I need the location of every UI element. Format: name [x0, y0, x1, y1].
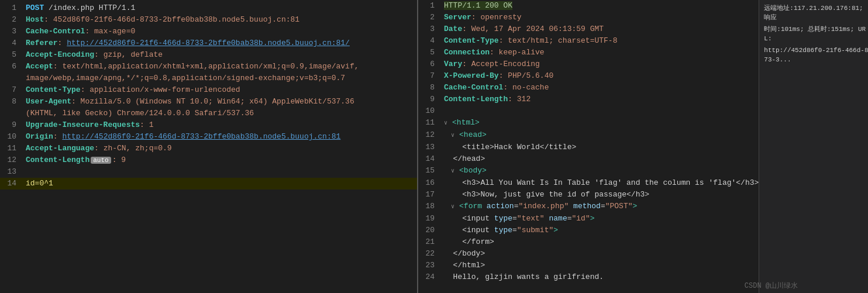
line-number: 1 — [0, 2, 21, 14]
code-token: > — [553, 226, 558, 235]
code-token: Date — [444, 25, 462, 33]
code-token: Accept — [26, 62, 53, 71]
response-line: 17 <h3>Now, just give the id of passage<… — [418, 189, 759, 201]
code-token: : gzip, deflate — [94, 50, 163, 59]
response-line: 23 </html> — [418, 260, 759, 271]
response-code-area[interactable]: 1HTTP/1.1 200 OK2Server: openresty3Date:… — [418, 0, 759, 293]
line-number: 7 — [0, 84, 21, 96]
line-content: Date: Wed, 17 Apr 2024 06:13:59 GMT — [439, 23, 759, 35]
code-token: <h3>Now, just give the id of passage</h3… — [444, 190, 649, 199]
line-content: User-Agent: Mozilla/5.0 (Windows NT 10.0… — [21, 96, 417, 108]
code-token: = — [512, 214, 517, 223]
code-token: Hello, glzjin wants a girlfriend. — [444, 273, 604, 281]
url-label: http://452d86f0-21f6-466d-873-3... — [764, 47, 868, 63]
timing-label: 时间:101ms; 总耗时:151ms; URL: — [764, 26, 866, 42]
code-token: type — [494, 214, 512, 223]
response-pane: 1HTTP/1.1 200 OK2Server: openresty3Date:… — [418, 0, 868, 293]
request-line: image/webp,image/apng,*/*;q=0.8,applicat… — [0, 73, 417, 84]
line-number: 4 — [418, 35, 439, 47]
line-number: 13 — [418, 142, 439, 153]
code-token: User-Agent — [26, 97, 71, 106]
request-line: 1POST /index.php HTTP/1.1 — [0, 2, 417, 14]
line-content: image/webp,image/apng,*/*;q=0.8,applicat… — [21, 73, 417, 84]
line-content: HTTP/1.1 200 OK — [439, 0, 759, 12]
code-token: : 1 — [140, 120, 153, 129]
line-number: 20 — [418, 225, 439, 236]
response-line: 10 — [418, 105, 759, 117]
line-content: Accept-Language: zh-CN, zh;q=0.9 — [21, 143, 417, 154]
url-info: http://452d86f0-21f6-466d-873-3... — [764, 46, 868, 64]
line-number: 8 — [0, 96, 21, 108]
line-content: Accept-Encoding: gzip, deflate — [21, 49, 417, 61]
line-content: ∨ <html> — [439, 117, 759, 129]
line-number: 10 — [418, 105, 439, 117]
code-token: Content-Length — [444, 95, 508, 104]
code-token: : 9 — [112, 156, 126, 164]
line-number: 23 — [418, 260, 439, 271]
code-token: : Accept-Encoding — [462, 60, 540, 68]
code-token: Vary — [444, 60, 462, 68]
line-number: 5 — [418, 47, 439, 58]
response-line: 14 </head> — [418, 153, 759, 165]
info-panel: 远端地址:117.21.200.176:81; 响应 时间:101ms; 总耗时… — [759, 0, 868, 293]
code-token: Accept-Language — [26, 144, 94, 153]
code-token: : openresty — [471, 13, 522, 22]
request-line: 10Origin: http://452d86f0-21f6-466d-8733… — [0, 131, 417, 143]
line-number: 14 — [0, 178, 21, 189]
response-line: 4Content-Type: text/html; charset=UTF-8 — [418, 35, 759, 47]
response-line: 18 ∨ <form action="index.php" method="PO… — [418, 201, 759, 213]
request-code-area[interactable]: 1POST /index.php HTTP/1.12Host: 452d86f0… — [0, 0, 417, 293]
line-number: 24 — [418, 271, 439, 283]
code-token: ∨ — [444, 204, 458, 210]
code-token: : PHP/5.6.40 — [499, 71, 554, 80]
line-number: 3 — [418, 23, 439, 35]
line-number: 2 — [418, 12, 439, 23]
code-token: : application/x-www-form-urlencoded — [81, 85, 240, 94]
code-token: ∨ — [444, 120, 451, 126]
line-number: 6 — [418, 58, 439, 70]
response-line: 7X-Powered-By: PHP/5.6.40 — [418, 70, 759, 82]
code-token: "text" — [517, 214, 545, 223]
code-token: : text/html,application/xhtml+xml,applic… — [53, 62, 359, 71]
line-content: </head> — [439, 153, 759, 165]
code-token: name — [545, 214, 567, 223]
code-token: Content-Type — [26, 85, 81, 94]
line-number: 22 — [418, 248, 439, 260]
timing-info: 时间:101ms; 总耗时:151ms; URL: — [764, 25, 868, 43]
response-line: 21 </form> — [418, 236, 759, 248]
code-token: action — [482, 202, 514, 211]
response-line: 8Cache-Control: no-cache — [418, 82, 759, 94]
line-content: </body> — [439, 248, 759, 260]
code-token: : — [53, 132, 63, 141]
line-content: Content-Length: 312 — [439, 94, 759, 105]
code-token: method — [569, 202, 601, 211]
code-token: : Mozilla/5.0 (Windows NT 10.0; Win64; x… — [71, 97, 354, 106]
code-token: "index.php" — [518, 202, 569, 211]
code-token: <h3>All You Want Is In Table 'flag' and … — [444, 178, 759, 187]
line-content: Accept: text/html,application/xhtml+xml,… — [21, 61, 417, 73]
code-token: ∨ — [444, 132, 458, 139]
code-token: (KHTML, like Gecko) Chrome/124.0.0.0 Saf… — [26, 109, 254, 118]
code-token: > — [633, 202, 638, 211]
line-number: 11 — [418, 117, 439, 129]
line-content: </html> — [439, 260, 759, 271]
request-line: 8User-Agent: Mozilla/5.0 (Windows NT 10.… — [0, 96, 417, 108]
auto-badge: auto — [91, 157, 111, 164]
line-content: <input type="text" name="id"> — [439, 213, 759, 225]
main-layout: 1POST /index.php HTTP/1.12Host: 452d86f0… — [0, 0, 868, 293]
response-line: 13 <title>Hack World</title> — [418, 142, 759, 153]
code-token: : 452d86f0-21f6-466d-8733-2bffe0bab38b.n… — [44, 15, 299, 24]
code-token: : no-cache — [503, 83, 549, 92]
line-number: 19 — [418, 213, 439, 225]
line-content: Connection: keep-alive — [439, 47, 759, 58]
line-content: Content-Type: text/html; charset=UTF-8 — [439, 35, 759, 47]
code-token: Content-Length — [26, 156, 89, 164]
code-token: HTTP/1.1 200 OK — [444, 1, 512, 10]
request-pane: 1POST /index.php HTTP/1.12Host: 452d86f0… — [0, 0, 418, 293]
request-line: 12Content-Lengthauto: 9 — [0, 154, 417, 166]
code-token: id=0^1 — [26, 179, 53, 188]
request-line: 6Accept: text/html,application/xhtml+xml… — [0, 61, 417, 73]
code-token: = — [567, 214, 572, 223]
line-content: <title>Hack World</title> — [439, 142, 759, 153]
line-content: Vary: Accept-Encoding — [439, 58, 759, 70]
